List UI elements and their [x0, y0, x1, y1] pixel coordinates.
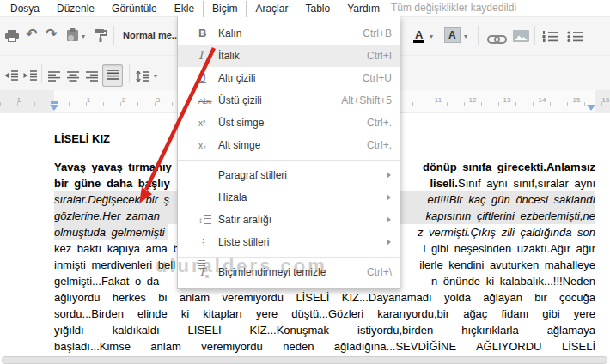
- ruler-number: 2: [120, 96, 127, 104]
- menu-item-label: Kalın: [218, 27, 241, 39]
- ruler-number: 16: [601, 96, 610, 104]
- menu-item-shortcut: Ctrl+I: [367, 45, 392, 67]
- list-styles-icon: [198, 231, 216, 253]
- ruler-number: 13: [502, 96, 513, 104]
- underline-icon: U: [198, 67, 216, 89]
- outdent-icon[interactable]: [4, 69, 19, 84]
- line-spacing-icon: [198, 209, 216, 231]
- scrollbar-thumb[interactable]: [2, 356, 607, 364]
- menubar-item-görüntüle[interactable]: Görüntüle: [103, 1, 166, 17]
- text-color-icon[interactable]: A: [413, 29, 424, 43]
- menu-item-label: Hizala: [218, 191, 247, 203]
- first-line-indent-marker[interactable]: [51, 101, 58, 104]
- justify-icon[interactable]: [102, 64, 123, 87]
- menubar-items: DosyaDüzenleGörüntüleEkleBiçimAraçlarTab…: [2, 0, 388, 16]
- doc-line-left: gelmişti...Fakat o da: [54, 273, 159, 289]
- menu-item-shortcut: Alt+Shift+5: [341, 89, 392, 112]
- menubar-item-biçim[interactable]: Biçim: [203, 1, 247, 17]
- paint-format-icon[interactable]: [95, 28, 108, 46]
- doc-line-right: dönüp sınıfa girecekti.Anlamsız: [423, 159, 595, 175]
- no-icon: [198, 164, 216, 186]
- ruler-number: 14: [537, 96, 548, 104]
- ruler-number: 12: [467, 96, 479, 104]
- doc-line-right: z vermişti.Çıkış zili çaldığında son: [418, 224, 595, 240]
- doc-line: sordu...Birden elinde ki kitapları yere …: [54, 306, 595, 322]
- toolbar-separator: [534, 26, 535, 45]
- indent-icon[interactable]: [23, 69, 38, 84]
- submenu-arrow-icon: [387, 216, 391, 223]
- menu-item-line-spacing[interactable]: Satır aralığı: [178, 209, 400, 231]
- menu-item-shortcut: Ctrl+\: [367, 261, 392, 283]
- no-icon: [198, 186, 216, 209]
- doc-line-right: ilerle kendini avuturken mahalleye: [419, 257, 595, 273]
- menu-item-label: Alt simge: [218, 139, 260, 151]
- link-icon[interactable]: [487, 32, 507, 47]
- chevron-down-icon[interactable]: ▾: [154, 72, 157, 80]
- indent-marker-right[interactable]: [587, 105, 595, 111]
- horizontal-scrollbar: [0, 355, 610, 364]
- menu-item-strikethrough[interactable]: AbcÜstü çiziliAlt+Shift+5: [178, 89, 400, 112]
- chevron-down-icon[interactable]: ▾: [82, 33, 85, 40]
- print-icon[interactable]: [5, 30, 19, 46]
- align-left-icon[interactable]: [48, 70, 60, 85]
- doc-line: başladı...Kimse anlam veremiyordu neden …: [54, 338, 595, 355]
- doc-line-right: eri!!!Bir kaç gün öncesi saklandı: [427, 191, 595, 208]
- menu-item-hizala[interactable]: Hizala: [178, 186, 400, 209]
- ruler-number: 1: [85, 96, 92, 104]
- menubar-item-araçlar[interactable]: Araçlar: [247, 1, 296, 17]
- submenu-arrow-icon: [387, 172, 391, 179]
- menu-item-shortcut: Ctrl+U: [363, 67, 392, 89]
- line-spacing-icon[interactable]: [136, 70, 150, 85]
- doc-line-left: bir güne daha başlıy: [54, 175, 170, 191]
- toolbar-separator: [129, 64, 130, 83]
- menu-item-list-styles[interactable]: Liste stilleri: [178, 231, 400, 253]
- menu-item-label: Üstü çizili: [218, 94, 262, 106]
- menu-item-paragraf-stilleri[interactable]: Paragraf stilleri: [178, 164, 400, 186]
- menubar-item-ekle[interactable]: Ekle: [166, 1, 203, 17]
- menu-item-shortcut: Ctrl+.: [367, 112, 392, 134]
- numbered-list-icon[interactable]: [542, 30, 558, 46]
- ruler-number: 15: [571, 96, 583, 104]
- menu-item-subscript[interactable]: x₂Alt simgeCtrl+,: [178, 134, 400, 156]
- toolbar-separator: [41, 64, 42, 83]
- menubar-item-yardım[interactable]: Yardım: [339, 1, 388, 17]
- menu-item-underline[interactable]: UAltı çiziliCtrl+U: [178, 67, 400, 89]
- ruler-number: 3: [155, 96, 162, 104]
- menu-item-label: Üst simge: [218, 117, 264, 129]
- chevron-down-icon[interactable]: ▾: [464, 33, 467, 40]
- paste-icon[interactable]: [67, 28, 78, 46]
- doc-line-right: liseli.Sınıf aynı sınıf,sıralar aynı: [430, 175, 595, 191]
- strikethrough-icon: Abc: [198, 89, 216, 112]
- styles-dropdown[interactable]: Normal me...: [123, 30, 180, 40]
- menu-item-label: Altı çizili: [218, 72, 255, 84]
- doc-line-left: olmuştuda gelmemişti: [54, 224, 168, 240]
- doc-title: LİSELİ KIZ: [54, 132, 110, 145]
- indent-marker-left[interactable]: [50, 105, 58, 111]
- subscript-icon: x₂: [198, 134, 216, 156]
- doc-line: ağlıyordu herkes bi anlam veremiyordu Lİ…: [54, 289, 595, 306]
- menubar-item-düzenle[interactable]: Düzenle: [48, 1, 103, 17]
- toolbar-separator: [478, 26, 479, 45]
- format-menu: BKalınCtrl+BIİtalikCtrl+IUAltı çiziliCtr…: [177, 16, 400, 289]
- menu-item-superscript[interactable]: x²Üst simgeCtrl+.: [178, 112, 400, 134]
- image-icon[interactable]: [513, 30, 529, 46]
- align-center-icon[interactable]: [67, 70, 79, 85]
- redo-icon[interactable]: ↷: [46, 27, 57, 41]
- submenu-arrow-icon: [387, 239, 391, 246]
- google-docs-window: DosyaDüzenleGörüntüleEkleBiçimAraçlarTab…: [0, 0, 610, 364]
- undo-icon[interactable]: ↶: [26, 27, 37, 41]
- menubar-item-tablo[interactable]: Tablo: [296, 1, 339, 17]
- chevron-down-icon[interactable]: ▾: [430, 33, 433, 40]
- toolbar-separator: [113, 26, 114, 45]
- menubar-item-dosya[interactable]: Dosya: [2, 1, 48, 17]
- doc-line-left: Yavaş yavaş tırmanıy: [54, 159, 172, 175]
- menu-item-italic[interactable]: IİtalikCtrl+I: [178, 45, 400, 67]
- bulleted-list-icon[interactable]: [567, 30, 583, 46]
- menu-item-shortcut: Ctrl+,: [367, 134, 392, 156]
- align-right-icon[interactable]: [86, 70, 98, 85]
- menu-item-bold[interactable]: BKalınCtrl+B: [178, 22, 400, 45]
- bold-icon: B: [198, 22, 216, 45]
- menu-item-shortcut: Ctrl+B: [363, 22, 392, 45]
- highlight-color-icon[interactable]: A: [444, 27, 461, 43]
- doc-line-right: i gibi neşesinden uzaktı.Ağır ağır: [423, 240, 595, 257]
